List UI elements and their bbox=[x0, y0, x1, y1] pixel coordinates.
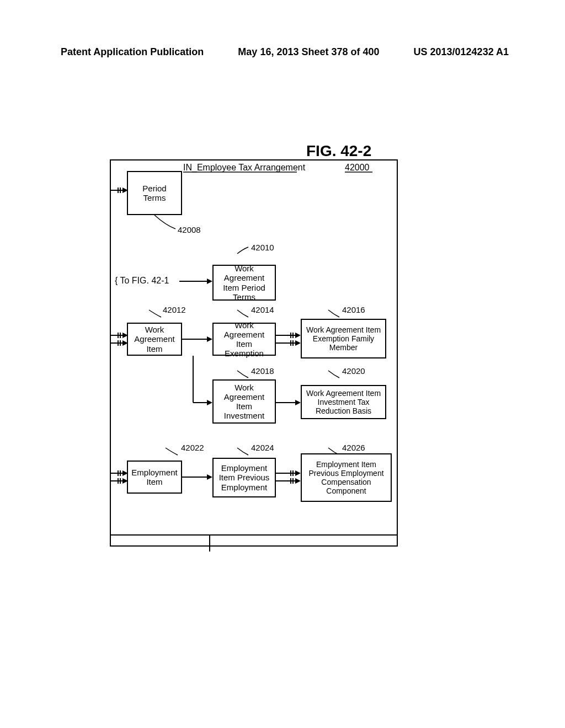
box-emp-prev: Employment Item Previous Employment bbox=[212, 458, 276, 497]
header-left: Patent Application Publication bbox=[61, 46, 204, 58]
ref-wai-inv-tax-basis: 42020 bbox=[342, 366, 365, 376]
box-wai-exemption: Work Agreement Item Exemption bbox=[212, 323, 276, 356]
box-wai-inv-tax-basis: Work Agreement Item Investment Tax Reduc… bbox=[301, 385, 386, 419]
ref-emp-prev: 42024 bbox=[251, 443, 274, 452]
box-emp-prev-comp: Employment Item Previous Employment Comp… bbox=[301, 453, 392, 502]
box-wai-exemption-family-label: Work Agreement Item Exemption Family Mem… bbox=[304, 325, 383, 352]
page: Patent Application Publication May 16, 2… bbox=[0, 0, 565, 728]
ref-wai-exemption-family: 42016 bbox=[342, 305, 365, 314]
header-right: US 2013/0124232 A1 bbox=[414, 46, 509, 58]
box-wai-exemption-family: Work Agreement Item Exemption Family Mem… bbox=[301, 319, 386, 358]
box-emp-prev-comp-label: Employment Item Previous Employment Comp… bbox=[304, 460, 388, 495]
box-period-terms: Period Terms bbox=[127, 171, 182, 215]
box-wai-inv-tax-basis-label: Work Agreement Item Investment Tax Reduc… bbox=[304, 389, 383, 415]
root-title: IN_Employee Tax Arrangement bbox=[183, 163, 305, 173]
box-wai: Work Agreement Item bbox=[127, 323, 182, 356]
ref-wai-exemption: 42014 bbox=[251, 305, 274, 314]
box-wai-period-terms-label: Work Agreement Item Period Terms bbox=[216, 264, 273, 302]
to-fig-label: { To FIG. 42-1 bbox=[115, 276, 169, 286]
box-wai-investment-label: Work Agreement Item Investment bbox=[216, 383, 273, 421]
ref-emp-prev-comp: 42026 bbox=[342, 443, 365, 452]
box-wai-exemption-label: Work Agreement Item Exemption bbox=[216, 320, 273, 358]
box-wai-investment: Work Agreement Item Investment bbox=[212, 379, 276, 424]
ref-period-terms: 42008 bbox=[178, 225, 201, 234]
diagram-canvas: IN_Employee Tax Arrangement 42000 Period… bbox=[110, 160, 397, 552]
figure-title: FIG. 42-2 bbox=[306, 142, 371, 160]
ref-wai: 42012 bbox=[163, 305, 186, 314]
header: Patent Application Publication May 16, 2… bbox=[61, 46, 509, 58]
box-period-terms-label: Period Terms bbox=[130, 184, 179, 203]
header-center: May 16, 2013 Sheet 378 of 400 bbox=[238, 46, 379, 58]
root-ref: 42000 bbox=[345, 163, 370, 173]
box-emp-item-label: Employment Item bbox=[130, 468, 179, 487]
box-emp-prev-label: Employment Item Previous Employment bbox=[216, 463, 273, 492]
box-wai-period-terms: Work Agreement Item Period Terms bbox=[212, 265, 276, 301]
ref-wai-investment: 42018 bbox=[251, 366, 274, 376]
ref-wai-period-terms: 42010 bbox=[251, 243, 274, 252]
ref-emp-item: 42022 bbox=[181, 443, 204, 452]
box-wai-label: Work Agreement Item bbox=[130, 325, 179, 354]
box-emp-item: Employment Item bbox=[127, 461, 182, 494]
